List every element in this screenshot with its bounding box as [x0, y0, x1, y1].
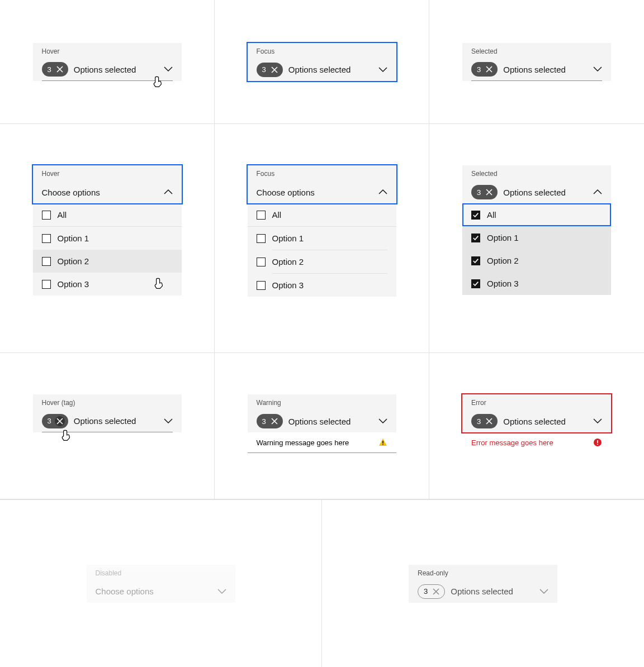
tag-count: 3	[477, 417, 481, 426]
field-label: Selected	[471, 47, 602, 55]
checkbox-icon[interactable]	[257, 281, 266, 290]
close-icon[interactable]	[484, 416, 494, 426]
field-text: Options selected	[288, 65, 373, 74]
field-label: Hover (tag)	[42, 399, 173, 407]
option-2[interactable]: Option 2	[462, 249, 611, 272]
chevron-down-icon	[539, 587, 548, 596]
field-text: Options selected	[451, 587, 534, 596]
chevron-up-icon[interactable]	[593, 188, 602, 197]
checkbox-icon[interactable]	[257, 258, 266, 266]
field-label: Disabled	[96, 569, 226, 577]
option-3[interactable]: Option 3	[462, 272, 611, 295]
multiselect-hover[interactable]: Hover 3 Options selected	[33, 43, 182, 81]
checkbox-icon[interactable]	[42, 280, 51, 289]
checkbox-icon[interactable]	[42, 234, 51, 243]
message-text: Warning message goes here	[257, 439, 349, 447]
warning-icon	[378, 438, 387, 447]
multiselect-open-selected[interactable]: Selected 3 Options selected All	[462, 165, 611, 295]
checkbox-icon[interactable]	[471, 234, 480, 242]
checkbox-icon[interactable]	[257, 211, 266, 220]
multiselect-open-hover[interactable]: Hover Choose options All Option 1 Optio	[33, 165, 182, 296]
field-text: Options selected	[503, 417, 588, 426]
option-label: Option 3	[272, 280, 304, 290]
checkbox-icon[interactable]	[471, 211, 480, 220]
option-label: Option 2	[58, 256, 89, 266]
checkbox-icon[interactable]	[471, 279, 480, 288]
field-text: Options selected	[503, 188, 588, 197]
close-icon[interactable]	[484, 64, 494, 74]
multiselect-focus[interactable]: Focus 3 Options selected	[248, 43, 396, 81]
selection-tag[interactable]: 3	[257, 414, 283, 428]
warning-message: Warning message goes here	[248, 432, 396, 453]
checkbox-icon[interactable]	[42, 211, 51, 220]
chevron-down-icon[interactable]	[593, 65, 602, 74]
selection-tag[interactable]: 3	[471, 185, 498, 199]
option-3[interactable]: Option 3	[248, 274, 396, 297]
option-label: All	[58, 210, 67, 220]
multiselect-open-focus[interactable]: Focus Choose options All Option 1	[248, 165, 396, 297]
option-label: Option 3	[487, 279, 519, 288]
selection-tag: 3	[418, 584, 445, 599]
close-icon	[431, 587, 441, 597]
option-label: All	[272, 210, 282, 220]
close-icon[interactable]	[55, 64, 65, 74]
tag-count: 3	[477, 188, 481, 197]
option-all[interactable]: All	[33, 203, 182, 227]
multiselect-error[interactable]: Error 3 Options selected Error message g…	[462, 394, 611, 452]
field-text: Options selected	[74, 65, 158, 74]
selection-tag[interactable]: 3	[42, 414, 68, 428]
option-label: Option 2	[487, 256, 519, 265]
error-message: Error message goes here	[462, 432, 611, 452]
option-all[interactable]: All	[248, 203, 396, 227]
selection-tag[interactable]: 3	[471, 414, 498, 428]
close-icon[interactable]	[269, 416, 280, 426]
multiselect-warning[interactable]: Warning 3 Options selected Warning messa…	[248, 394, 396, 453]
multiselect-readonly: Read-only 3 Options selected	[409, 565, 557, 603]
close-icon[interactable]	[269, 65, 280, 75]
option-1[interactable]: Option 1	[33, 227, 182, 250]
tag-count: 3	[48, 65, 51, 74]
option-label: Option 1	[487, 233, 519, 242]
chevron-down-icon[interactable]	[593, 417, 602, 426]
chevron-down-icon[interactable]	[378, 417, 387, 426]
selection-tag[interactable]: 3	[257, 63, 283, 77]
tag-count: 3	[477, 65, 481, 74]
option-3[interactable]: Option 3	[33, 273, 182, 296]
placeholder-text: Choose options	[257, 188, 373, 197]
multiselect-selected[interactable]: Selected 3 Options selected	[462, 43, 611, 81]
option-label: Option 1	[58, 234, 89, 243]
close-icon[interactable]	[55, 416, 65, 426]
multiselect-hover-tag[interactable]: Hover (tag) 3 Options selected	[33, 394, 182, 432]
field-label: Selected	[471, 170, 602, 178]
chevron-down-icon[interactable]	[378, 65, 387, 74]
chevron-down-icon[interactable]	[164, 417, 173, 426]
field-label: Focus	[257, 47, 387, 55]
chevron-up-icon[interactable]	[164, 188, 173, 197]
multiselect-disabled: Disabled Choose options	[87, 565, 235, 603]
checkbox-icon[interactable]	[42, 257, 51, 266]
checkbox-icon[interactable]	[471, 256, 480, 265]
chevron-down-icon[interactable]	[164, 65, 173, 74]
selection-tag[interactable]: 3	[471, 62, 498, 77]
dropdown-menu: All Option 1 Option 2 Option 3	[462, 203, 611, 295]
checkbox-icon[interactable]	[257, 234, 266, 243]
field-text: Options selected	[288, 417, 373, 426]
chevron-up-icon[interactable]	[378, 188, 387, 197]
option-1[interactable]: Option 1	[248, 227, 396, 250]
option-2[interactable]: Option 2	[33, 250, 182, 273]
field-label: Hover	[42, 47, 173, 55]
chevron-down-icon	[217, 587, 226, 596]
placeholder-text: Choose options	[42, 188, 158, 197]
option-all[interactable]: All	[462, 203, 611, 226]
dropdown-menu: All Option 1 Option 2 Option 3	[248, 203, 396, 297]
close-icon[interactable]	[484, 187, 494, 197]
tag-count: 3	[48, 417, 51, 425]
field-label: Hover	[42, 170, 173, 178]
tag-count: 3	[424, 587, 428, 595]
field-text: Options selected	[503, 65, 588, 74]
message-text: Error message goes here	[471, 439, 553, 447]
option-1[interactable]: Option 1	[462, 226, 611, 249]
selection-tag[interactable]: 3	[42, 62, 68, 77]
dropdown-menu: All Option 1 Option 2 Option 3	[33, 203, 182, 296]
option-2[interactable]: Option 2	[248, 250, 396, 273]
